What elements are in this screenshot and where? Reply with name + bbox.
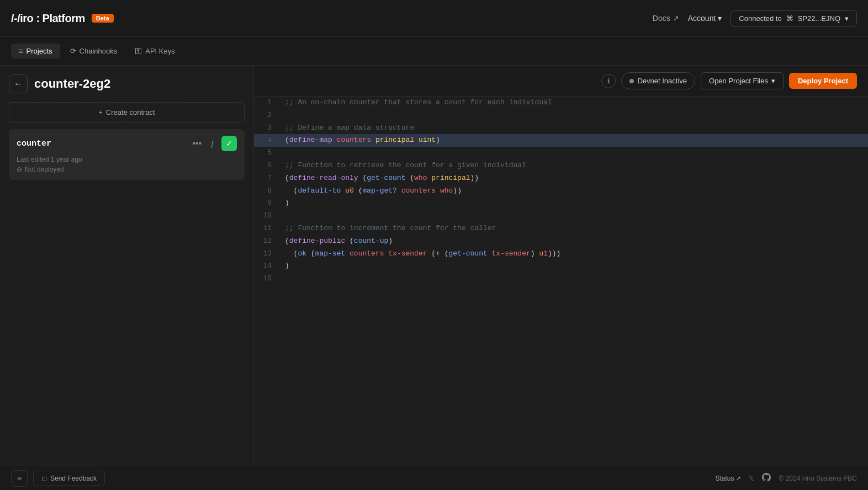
topnav-left: /-/iro : Platform Beta [11, 12, 114, 25]
line-number: 1 [254, 97, 280, 109]
devnet-label: Devnet Inactive [637, 77, 687, 85]
contract-func-button[interactable]: ƒ [208, 138, 217, 149]
table-row: 2 [254, 109, 868, 122]
line-content: (define-public (count-up) [280, 235, 868, 248]
create-contract-label: Create contract [106, 108, 155, 116]
line-content: (define-read-only (get-count (who princi… [280, 172, 868, 185]
line-number: 11 [254, 222, 280, 235]
create-contract-button[interactable]: + Create contract [9, 102, 245, 122]
line-content [280, 109, 868, 122]
info-icon: ℹ [607, 77, 610, 85]
hamburger-icon: ≡ [17, 474, 22, 483]
topnav: /-/iro : Platform Beta Docs ↗ Account ▾ … [0, 0, 868, 37]
not-deployed-label: Not deployed [25, 166, 64, 173]
table-row: 11 ;; Function to increment the count fo… [254, 222, 868, 235]
table-row: 7 (define-read-only (get-count (who prin… [254, 172, 868, 185]
line-content [280, 273, 868, 285]
line-content: (default-to u0 (map-get? counters who)) [280, 185, 868, 198]
line-content: ;; Function to retrieve the count for a … [280, 159, 868, 172]
open-project-chevron-icon: ▾ [771, 77, 775, 85]
connected-chevron-icon: ▾ [845, 14, 849, 23]
back-icon: ← [14, 79, 23, 89]
line-number: 3 [254, 122, 280, 135]
line-number: 2 [254, 109, 280, 122]
account-chevron-icon: ▾ [718, 14, 722, 23]
menu-icon-button[interactable]: ≡ [11, 470, 28, 487]
footer-right: Status ↗ 𝕏 © 2024 Hiro Systems PBC [715, 473, 857, 483]
line-number: 12 [254, 235, 280, 248]
twitter-icon[interactable]: 𝕏 [749, 475, 754, 482]
table-row: 1 ;; An on-chain counter that stores a c… [254, 97, 868, 109]
table-row: 10 [254, 210, 868, 222]
contract-check-button[interactable]: ✓ [221, 136, 237, 151]
code-table: 1 ;; An on-chain counter that stores a c… [254, 97, 868, 285]
topnav-right: Docs ↗ Account ▾ Connected to ⌘ SP22...E… [653, 10, 857, 26]
not-deployed-icon: ⊖ [17, 166, 22, 173]
contract-name: counter [17, 139, 51, 148]
line-number: 13 [254, 248, 280, 260]
code-editor[interactable]: 1 ;; An on-chain counter that stores a c… [254, 97, 868, 466]
status-label: Status [715, 475, 734, 482]
connected-label: Connected to [739, 14, 781, 23]
app-logo: /-/iro : Platform [11, 12, 85, 25]
right-header: ℹ Devnet Inactive Open Project Files ▾ D… [254, 66, 868, 97]
sidebar: ← counter-2eg2 + Create contract counter… [0, 66, 254, 466]
line-number: 10 [254, 210, 280, 222]
send-feedback-button[interactable]: ◻ Send Feedback [33, 471, 105, 486]
line-content: ) [280, 260, 868, 273]
docs-link[interactable]: Docs ↗ [653, 14, 679, 23]
sidebar-project-header: ← counter-2eg2 [0, 66, 253, 93]
docs-external-icon: ↗ [673, 14, 679, 23]
status-external-icon: ↗ [735, 475, 741, 482]
line-number: 15 [254, 273, 280, 285]
status-link[interactable]: Status ↗ [715, 475, 741, 482]
back-button[interactable]: ← [9, 74, 28, 93]
tabs-bar: ≡ Projects ⟳ Chainhooks ⚿ API Keys [0, 37, 868, 66]
open-project-button[interactable]: Open Project Files ▾ [701, 72, 784, 89]
projects-label: Projects [27, 47, 52, 55]
line-content [280, 147, 868, 159]
contract-menu-button[interactable]: ••• [190, 137, 204, 150]
projects-icon: ≡ [19, 47, 23, 55]
table-row: 14 ) [254, 260, 868, 273]
line-number: 6 [254, 159, 280, 172]
line-number: 9 [254, 197, 280, 210]
table-row: 4 (define-map counters principal uint) [254, 134, 868, 147]
line-content: (ok (map-set counters tx-sender (+ (get-… [280, 248, 868, 260]
chainhooks-icon: ⟳ [70, 47, 76, 55]
account-label: Account [688, 14, 716, 23]
line-number: 7 [254, 172, 280, 185]
line-number: 4 [254, 134, 280, 147]
chainhooks-label: Chainhooks [80, 47, 118, 55]
tab-apikeys[interactable]: ⚿ API Keys [127, 44, 182, 58]
deploy-label: Deploy Project [798, 77, 848, 85]
deploy-button[interactable]: Deploy Project [789, 73, 857, 89]
github-icon[interactable] [762, 473, 771, 483]
table-row: 9 ) [254, 197, 868, 210]
contract-status: ⊖ Not deployed [17, 166, 237, 173]
sidebar-body: + Create contract counter ••• ƒ ✓ Last e… [0, 102, 253, 466]
account-menu[interactable]: Account ▾ [688, 14, 722, 23]
table-row: 3 ;; Define a map data structure [254, 122, 868, 135]
table-row: 15 [254, 273, 868, 285]
stacks-icon: ⌘ [786, 14, 793, 23]
devnet-button[interactable]: Devnet Inactive [621, 72, 695, 89]
table-row: 8 (default-to u0 (map-get? counters who)… [254, 185, 868, 198]
connected-button[interactable]: Connected to ⌘ SP22...EJNQ ▾ [731, 10, 857, 26]
line-number: 14 [254, 260, 280, 273]
table-row: 13 (ok (map-set counters tx-sender (+ (g… [254, 248, 868, 260]
info-button[interactable]: ℹ [601, 74, 616, 88]
connected-address: SP22...EJNQ [798, 14, 840, 23]
main-area: ← counter-2eg2 + Create contract counter… [0, 66, 868, 466]
copyright: © 2024 Hiro Systems PBC [779, 475, 857, 482]
apikeys-icon: ⚿ [135, 47, 142, 55]
line-content: ) [280, 197, 868, 210]
table-row: 12 (define-public (count-up) [254, 235, 868, 248]
project-title: counter-2eg2 [34, 77, 110, 91]
footer-left: ≡ ◻ Send Feedback [11, 470, 105, 487]
tab-chainhooks[interactable]: ⟳ Chainhooks [62, 44, 125, 58]
devnet-status-dot [629, 79, 634, 83]
tab-projects[interactable]: ≡ Projects [11, 44, 60, 58]
table-row: 6 ;; Function to retrieve the count for … [254, 159, 868, 172]
docs-label: Docs [653, 14, 670, 23]
